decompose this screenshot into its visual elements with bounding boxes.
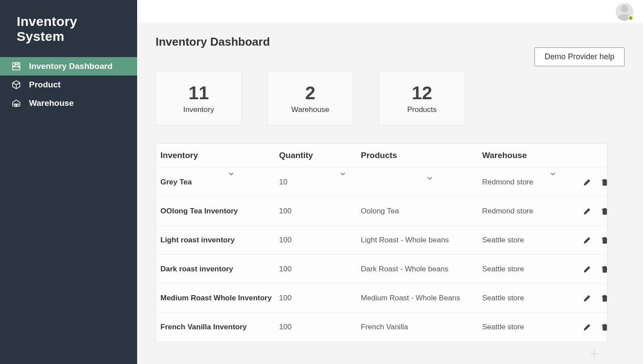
cell-quantity: 100 (279, 236, 361, 245)
demo-provider-help-button[interactable]: Demo Provider help (534, 47, 625, 66)
page-title: Inventory Dashboard (156, 35, 270, 49)
table-body: Grey Tea 10 Redmond store (156, 168, 607, 342)
cell-warehouse: Redmond store (482, 207, 570, 216)
cell-inventory: French Vanilla Inventory (160, 323, 279, 332)
sidebar-item-label: Warehouse (29, 98, 74, 108)
plus-icon (588, 347, 601, 360)
stat-cards: 11 Inventory 2 Warehouse 12 Products (156, 71, 625, 126)
filter-chevron-warehouse[interactable] (549, 170, 557, 178)
edit-button[interactable] (582, 206, 592, 216)
cell-inventory: Dark roast inventory (160, 265, 279, 274)
cell-quantity: 10 (279, 178, 361, 187)
sidebar-item-label: Product (29, 80, 61, 90)
cell-warehouse: Seattle store (482, 265, 570, 274)
cell-warehouse: Redmond store (482, 178, 570, 187)
table-row: Medium Roast Whole Inventory 100 Medium … (156, 284, 607, 313)
table-row: OOlong Tea Inventory 100 Oolong Tea Redm… (156, 197, 607, 226)
cell-warehouse: Seattle store (482, 323, 570, 332)
cell-warehouse: Seattle store (482, 236, 570, 245)
sidebar-item-label: Inventory Dashboard (29, 61, 113, 71)
edit-button[interactable] (582, 293, 592, 303)
app-title: Inventory System (0, 0, 137, 57)
sidebar-item-product[interactable]: Product (0, 76, 137, 94)
filter-chevron-products[interactable] (426, 174, 434, 182)
warehouse-icon (11, 98, 21, 108)
table-row: Dark roast inventory 100 Dark Roast - Wh… (156, 255, 607, 284)
delete-button[interactable] (600, 322, 607, 332)
cell-products: Oolong Tea (361, 207, 482, 216)
table-row: Light roast inventory 100 Light Roast - … (156, 226, 607, 255)
edit-button[interactable] (582, 177, 592, 187)
cell-quantity: 100 (279, 265, 361, 274)
delete-button[interactable] (600, 206, 607, 216)
stat-label: Products (407, 105, 436, 114)
table-header: Inventory Quantity Products Warehouse (156, 144, 607, 168)
edit-button[interactable] (582, 322, 592, 332)
sidebar-item-inventory-dashboard[interactable]: Inventory Dashboard (0, 57, 137, 76)
cell-products: Dark Roast - Whole beans (361, 265, 482, 274)
stat-value: 2 (305, 83, 315, 104)
edit-button[interactable] (582, 235, 592, 245)
sidebar-item-warehouse[interactable]: Warehouse (0, 94, 137, 112)
cell-inventory: OOlong Tea Inventory (160, 207, 279, 216)
user-avatar[interactable] (616, 3, 633, 21)
col-inventory[interactable]: Inventory (160, 151, 279, 160)
cell-inventory: Medium Roast Whole Inventory (160, 294, 279, 303)
delete-button[interactable] (600, 235, 607, 245)
edit-button[interactable] (582, 264, 592, 274)
stat-label: Warehouse (291, 105, 329, 114)
table-row: Grey Tea 10 Redmond store (156, 168, 607, 197)
cell-products: Light Roast - Whole beans (361, 236, 482, 245)
delete-button[interactable] (600, 293, 607, 303)
presence-status-dot (628, 15, 633, 21)
table-row: French Vanilla Inventory 100 French Vani… (156, 313, 607, 342)
stat-card-inventory: 11 Inventory (156, 71, 242, 126)
stat-label: Inventory (183, 105, 214, 114)
sidebar-nav: Inventory Dashboard Product (0, 57, 137, 112)
sidebar: Inventory System Inventory Dashboard (0, 0, 137, 364)
cell-inventory: Grey Tea (160, 178, 279, 187)
add-button[interactable] (584, 344, 604, 364)
cell-products: French Vanilla (361, 323, 482, 332)
cell-quantity: 100 (279, 294, 361, 303)
col-quantity[interactable]: Quantity (279, 151, 361, 160)
svg-rect-4 (14, 104, 16, 107)
stat-card-warehouse: 2 Warehouse (267, 71, 353, 126)
svg-rect-5 (17, 104, 18, 107)
col-warehouse[interactable]: Warehouse (482, 151, 603, 160)
svg-rect-1 (16, 63, 18, 65)
stat-value: 12 (412, 83, 432, 104)
topbar (137, 0, 643, 24)
svg-point-6 (621, 5, 628, 13)
inventory-table: Inventory Quantity Products Warehouse Gr… (156, 143, 607, 342)
cell-warehouse: Seattle store (482, 294, 570, 303)
package-icon (11, 80, 21, 90)
cell-products: Medium Roast - Whole Beans (361, 294, 482, 303)
stat-value: 11 (189, 83, 209, 104)
cell-inventory: Light roast inventory (160, 236, 279, 245)
filter-chevron-inventory[interactable] (227, 170, 235, 178)
dashboard-icon (11, 61, 21, 71)
cell-quantity: 100 (279, 323, 361, 332)
svg-rect-0 (13, 63, 15, 66)
col-products[interactable]: Products (361, 151, 482, 160)
cell-quantity: 100 (279, 207, 361, 216)
filter-chevron-quantity[interactable] (339, 170, 347, 178)
stat-card-products: 12 Products (379, 71, 465, 126)
delete-button[interactable] (600, 177, 607, 187)
delete-button[interactable] (600, 264, 607, 274)
